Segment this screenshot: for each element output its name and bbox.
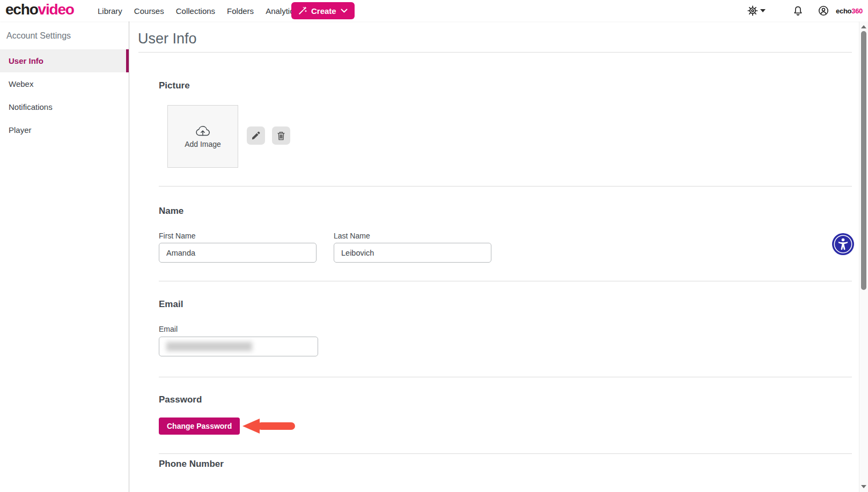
divider <box>138 52 852 53</box>
echo360-logo: echo360 <box>836 7 863 15</box>
sidebar-item-label: Notifications <box>9 102 53 111</box>
first-name-input[interactable] <box>159 243 317 263</box>
email-label: Email <box>159 325 178 333</box>
header-right-cluster: echo360 <box>747 0 868 21</box>
divider <box>159 453 852 454</box>
echo360-logo-360: 360 <box>851 7 863 15</box>
top-navigation-bar: echovideo Library Courses Collections Fo… <box>0 0 868 21</box>
change-password-button[interactable]: Change Password <box>159 418 240 435</box>
pencil-icon <box>251 131 261 140</box>
settings-caret-icon <box>760 9 766 12</box>
picture-section-heading: Picture <box>159 80 190 91</box>
sidebar-item-label: Player <box>9 125 32 135</box>
chevron-down-icon <box>341 9 348 13</box>
trash-icon <box>276 131 286 141</box>
nav-item-courses[interactable]: Courses <box>134 6 164 16</box>
account-menu-button[interactable] <box>818 5 829 16</box>
create-button-label: Create <box>311 6 336 16</box>
notifications-button[interactable] <box>793 6 803 16</box>
page: echovideo Library Courses Collections Fo… <box>0 0 868 492</box>
last-name-input[interactable] <box>334 243 491 263</box>
delete-picture-button[interactable] <box>272 126 290 145</box>
password-section-heading: Password <box>159 394 202 405</box>
bell-icon <box>793 6 803 16</box>
sidebar-title: Account Settings <box>6 31 129 41</box>
primary-nav: Library Courses Collections Folders Anal… <box>98 0 298 21</box>
divider <box>159 377 852 377</box>
cloud-upload-icon <box>195 125 211 137</box>
annotation-arrow-icon <box>242 418 296 434</box>
divider <box>159 186 852 187</box>
email-section-heading: Email <box>159 299 183 310</box>
user-info-panel: User Info Picture Add Image <box>130 21 859 492</box>
add-image-dropzone[interactable]: Add Image <box>167 105 238 168</box>
scrollbar-up-arrow[interactable] <box>861 25 866 28</box>
edit-picture-button[interactable] <box>247 126 265 145</box>
logo-text-echo: echo <box>5 1 38 18</box>
divider <box>159 281 852 281</box>
nav-item-folders[interactable]: Folders <box>227 6 254 16</box>
sidebar-item-notifications[interactable]: Notifications <box>0 95 129 118</box>
email-input[interactable] <box>159 337 318 356</box>
scrollbar-thumb[interactable] <box>861 31 866 290</box>
nav-item-library[interactable]: Library <box>98 6 122 16</box>
page-title: User Info <box>138 31 197 47</box>
sidebar-item-user-info[interactable]: User Info <box>0 49 129 72</box>
sidebar-item-label: Webex <box>9 79 33 88</box>
settings-sidebar: Account Settings User Info Webex Notific… <box>0 21 129 492</box>
echo360-logo-echo: echo <box>836 7 851 15</box>
name-section-heading: Name <box>159 206 183 217</box>
sidebar-item-player[interactable]: Player <box>0 118 129 141</box>
accessibility-icon <box>832 233 854 255</box>
sidebar-item-label: User Info <box>9 56 43 65</box>
add-image-label: Add Image <box>185 140 221 148</box>
accessibility-widget-button[interactable] <box>832 233 854 255</box>
gear-icon <box>747 5 758 16</box>
vertical-scrollbar[interactable] <box>859 21 868 492</box>
settings-menu-button[interactable] <box>747 5 766 16</box>
user-avatar-icon <box>818 5 829 16</box>
magic-wand-icon <box>298 6 307 15</box>
create-button[interactable]: Create <box>291 2 355 19</box>
echovideo-logo[interactable]: echovideo <box>5 1 74 18</box>
last-name-label: Last Name <box>334 232 370 240</box>
scrollbar-down-arrow[interactable] <box>861 485 866 488</box>
nav-item-collections[interactable]: Collections <box>176 6 215 16</box>
first-name-label: First Name <box>159 232 195 240</box>
phone-section-heading: Phone Number <box>159 459 224 469</box>
logo-text-video: video <box>38 1 74 18</box>
sidebar-item-webex[interactable]: Webex <box>0 72 129 95</box>
